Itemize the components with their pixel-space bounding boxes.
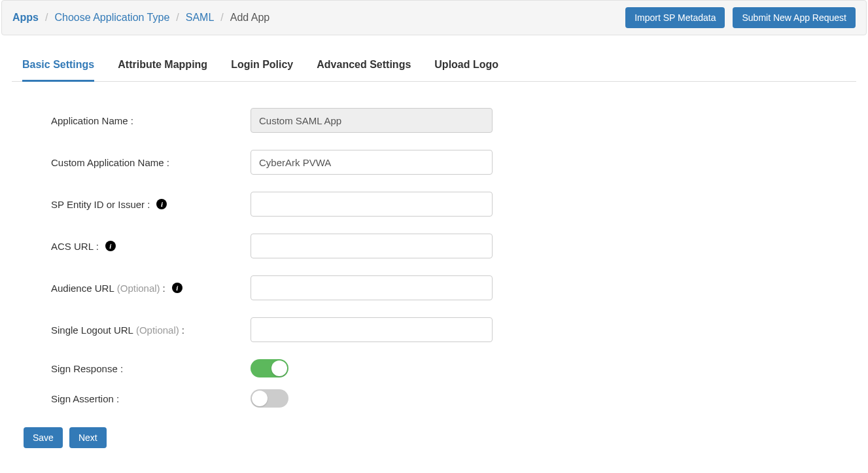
label-acs-url-text: ACS URL : [51,241,99,252]
breadcrumb: Apps / Choose Application Type / SAML / … [12,12,269,24]
label-audience-url-post: : [163,283,165,294]
toggle-sign-response[interactable] [251,359,288,377]
toggle-sign-assertion[interactable] [251,389,288,408]
input-single-logout-url[interactable] [251,317,493,342]
breadcrumb-current: Add App [230,12,270,24]
breadcrumb-sep: / [45,12,48,24]
tab-basic-settings[interactable]: Basic Settings [22,48,94,82]
input-audience-url[interactable] [251,275,493,300]
row-application-name: Application Name : [51,108,856,133]
top-bar: Apps / Choose Application Type / SAML / … [1,0,867,35]
submit-new-app-request-button[interactable]: Submit New App Request [733,7,856,28]
tab-attribute-mapping[interactable]: Attribute Mapping [118,48,207,82]
top-actions: Import SP Metadata Submit New App Reques… [625,7,856,28]
row-sign-response: Sign Response : [51,359,856,377]
content: Basic Settings Attribute Mapping Login P… [0,35,868,468]
input-application-name [251,108,493,133]
next-button[interactable]: Next [69,427,107,448]
input-sp-entity-id[interactable] [251,192,493,217]
footer-actions: Save Next [12,427,856,448]
label-audience-url-optional: (Optional) [117,283,160,294]
breadcrumb-sep: / [176,12,179,24]
tab-advanced-settings[interactable]: Advanced Settings [317,48,411,82]
label-sp-entity-id-text: SP Entity ID or Issuer : [51,199,150,210]
breadcrumb-choose-type[interactable]: Choose Application Type [54,12,169,24]
tab-login-policy[interactable]: Login Policy [231,48,293,82]
row-audience-url: Audience URL (Optional) : i [51,275,856,300]
form-area: Application Name : Custom Application Na… [12,108,856,408]
label-custom-application-name: Custom Application Name : [51,157,251,168]
info-icon[interactable]: i [156,199,167,209]
import-sp-metadata-button[interactable]: Import SP Metadata [625,7,725,28]
tab-upload-logo[interactable]: Upload Logo [434,48,498,82]
row-custom-application-name: Custom Application Name : [51,150,856,175]
label-slo-optional: (Optional) [136,324,179,336]
label-slo-pre: Single Logout URL [51,324,133,336]
row-sp-entity-id: SP Entity ID or Issuer : i [51,192,856,217]
label-audience-url-pre: Audience URL [51,283,114,294]
tabs: Basic Settings Attribute Mapping Login P… [12,48,856,82]
label-audience-url: Audience URL (Optional) : i [51,283,251,294]
info-icon[interactable]: i [172,283,182,293]
input-acs-url[interactable] [251,234,493,258]
breadcrumb-apps[interactable]: Apps [12,12,39,24]
label-single-logout-url: Single Logout URL (Optional) : [51,324,251,336]
label-application-name: Application Name : [51,115,251,126]
label-acs-url: ACS URL : i [51,241,251,252]
info-icon[interactable]: i [105,241,116,251]
row-acs-url: ACS URL : i [51,234,856,258]
breadcrumb-sep: / [220,12,223,24]
breadcrumb-saml[interactable]: SAML [186,12,215,24]
label-slo-post: : [182,324,184,336]
label-sign-assertion: Sign Assertion : [51,393,251,404]
toggle-knob [252,391,268,406]
label-sp-entity-id: SP Entity ID or Issuer : i [51,199,251,210]
row-single-logout-url: Single Logout URL (Optional) : [51,317,856,342]
toggle-knob [271,360,287,376]
row-sign-assertion: Sign Assertion : [51,389,856,408]
save-button[interactable]: Save [24,427,63,448]
label-sign-response: Sign Response : [51,363,251,374]
input-custom-application-name[interactable] [251,150,493,175]
